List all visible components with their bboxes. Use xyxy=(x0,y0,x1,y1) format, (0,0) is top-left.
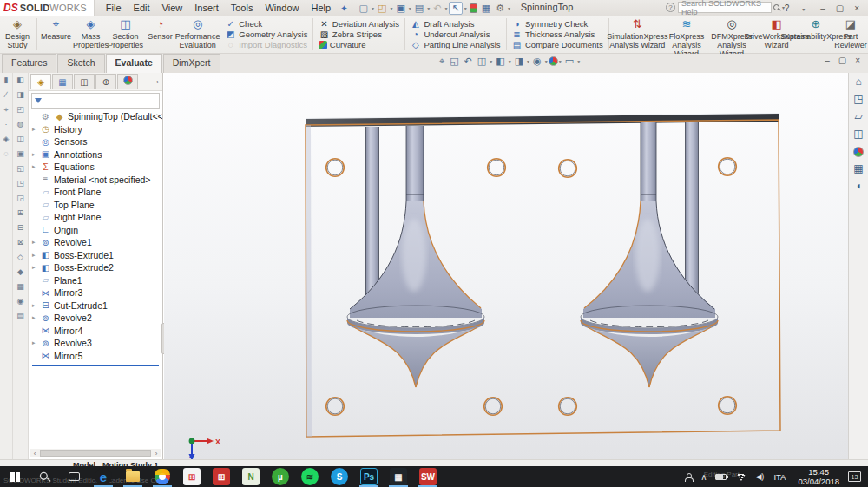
notepad-icon[interactable]: N xyxy=(236,466,266,487)
left-inner-tool-icon-10[interactable]: ⊟ xyxy=(13,220,28,235)
show-hidden-icons[interactable]: ∧ xyxy=(700,472,707,482)
left-inner-tool-icon-15[interactable]: ◉ xyxy=(13,294,28,309)
doc-minimize-button[interactable]: – xyxy=(820,56,834,65)
tree-mirror5[interactable]: ⋈Mirror5 xyxy=(29,350,162,363)
undo-icon-caret[interactable]: ▾ xyxy=(444,5,447,11)
action-center-icon[interactable]: 13 xyxy=(848,471,861,482)
tree-plane1[interactable]: ▱Plane1 xyxy=(29,274,162,287)
hide-show-items-icon[interactable]: ◉ xyxy=(533,56,542,67)
design-study-button[interactable]: ◈Design Study xyxy=(0,16,35,53)
propertymanager-tab[interactable]: ▦ xyxy=(52,74,73,89)
scroll-right-icon[interactable]: › xyxy=(152,450,161,457)
clock[interactable]: 15:45 03/04/2018 xyxy=(798,467,839,486)
view-palette-icon[interactable]: ◫ xyxy=(849,125,868,142)
section-view-icon-caret[interactable]: ▾ xyxy=(490,58,492,64)
undercut-analysis-button[interactable]: ◔Undercut Analysis xyxy=(410,29,500,39)
menu-item-edit[interactable]: Edit xyxy=(128,2,156,14)
print-icon[interactable]: ▤ xyxy=(413,3,425,14)
menu-item-tools[interactable]: Tools xyxy=(225,2,260,14)
file-explorer-icon[interactable] xyxy=(118,466,148,487)
thickness-analysis-button[interactable]: ≣Thickness Analysis xyxy=(511,29,603,39)
parting-line-analysis-button[interactable]: ◇Parting Line Analysis xyxy=(410,40,500,50)
section-properties-button[interactable]: ◫Section Properties xyxy=(108,16,142,53)
left-inner-tool-icon-7[interactable]: ◳ xyxy=(13,176,28,191)
tree-root-part[interactable]: ⚙◆SpinningTop (Default<<Default>_Di xyxy=(29,110,162,123)
tree-boss-extrude2-expand-icon[interactable]: ▸ xyxy=(32,264,40,271)
zebra-stripes-button[interactable]: ▨Zebra Stripes xyxy=(319,29,399,39)
curvature-button[interactable]: Curvature xyxy=(319,40,399,50)
tree-mirror3[interactable]: ⋈Mirror3 xyxy=(29,286,162,299)
view-settings-icon-caret[interactable]: ▾ xyxy=(577,58,580,64)
left-inner-tool-icon-8[interactable]: ◲ xyxy=(13,191,28,206)
tree-material[interactable]: ≡Material <not specified> xyxy=(29,174,162,187)
tree-mirror4[interactable]: ⋈Mirror4 xyxy=(29,325,162,338)
tree-right-plane[interactable]: ▱Right Plane xyxy=(29,211,162,224)
sustainabilityxpress-button[interactable]: ⊕SustainabilityXpress xyxy=(799,16,833,53)
help-search-input[interactable]: Search SOLIDWORKS Help xyxy=(678,2,772,13)
left-inner-tool-icon-9[interactable]: ⊞ xyxy=(13,206,28,220)
left-inner-tool-icon-5[interactable]: ▣ xyxy=(13,147,28,161)
tree-sensors[interactable]: ◎Sensors xyxy=(29,135,162,148)
wifi-icon[interactable] xyxy=(735,472,746,481)
view-settings-icon[interactable]: ▭ xyxy=(565,56,574,67)
pin-menu-icon[interactable]: ✦ xyxy=(340,3,347,13)
tree-revolve1-expand-icon[interactable]: ▸ xyxy=(32,239,40,246)
help-button[interactable]: ? ▾ xyxy=(774,3,815,13)
left-inner-tool-icon-16[interactable]: ▤ xyxy=(13,309,28,324)
left-inner-tool-icon-6[interactable]: ◱ xyxy=(13,161,28,176)
left-inner-tool-icon-14[interactable]: ▦ xyxy=(13,280,28,294)
tree-equations[interactable]: ▸ΣEquations xyxy=(29,161,162,174)
tree-front-plane[interactable]: ▱Front Plane xyxy=(29,186,162,199)
menu-item-view[interactable]: View xyxy=(156,2,189,14)
edge-icon[interactable]: e xyxy=(89,466,118,487)
select-arrow-icon-caret[interactable]: ▾ xyxy=(464,5,467,11)
start-button[interactable] xyxy=(0,466,30,487)
task-view-button[interactable] xyxy=(59,466,89,487)
zoom-area-icon[interactable]: ◱ xyxy=(450,56,458,67)
open-icon[interactable]: ◰ xyxy=(376,3,388,14)
draft-analysis-button[interactable]: ◭Draft Analysis xyxy=(410,18,500,29)
part-reviewer-button[interactable]: ◪Part Reviewer xyxy=(833,16,868,53)
select-arrow-icon[interactable]: ↖ xyxy=(449,2,462,15)
view-orientation-icon-caret[interactable]: ▾ xyxy=(509,58,511,64)
performance-evaluation-button[interactable]: ◎Performance Evaluation xyxy=(177,16,217,53)
feature-tree-filter-input[interactable] xyxy=(31,93,160,109)
edit-appearance-icon-caret[interactable]: ▾ xyxy=(559,58,562,64)
left-inner-tool-icon-13[interactable]: ◆ xyxy=(13,265,28,280)
left-outer-tool-icon-1[interactable]: ∕ xyxy=(0,88,12,102)
solidworks-icon[interactable]: SW xyxy=(413,466,443,487)
left-outer-tool-icon-5[interactable]: ◌ xyxy=(0,147,12,161)
gift-app-icon[interactable]: ⊞ xyxy=(207,466,236,487)
tab-dimxpert[interactable]: DimXpert xyxy=(163,54,220,73)
tree-revolve2-expand-icon[interactable]: ▸ xyxy=(32,314,40,321)
utorrent-icon[interactable]: µ xyxy=(266,466,295,487)
store-icon[interactable]: ⊞ xyxy=(177,466,207,487)
menu-item-help[interactable]: Help xyxy=(306,2,338,14)
deviation-analysis-button[interactable]: ✕Deviation Analysis xyxy=(319,18,399,29)
dimxpertmanager-tab[interactable]: ⊕ xyxy=(95,74,116,89)
photos-icon[interactable]: ▦ xyxy=(384,466,413,487)
feature-tree-hscrollbar[interactable]: ‹ › xyxy=(30,449,161,457)
geometry-analysis-button[interactable]: ◩Geometry Analysis xyxy=(225,29,307,39)
mass-properties-button[interactable]: ◈Mass Properties xyxy=(73,16,108,53)
custom-properties-icon[interactable]: ▦ xyxy=(849,160,868,177)
left-outer-tool-icon-0[interactable]: ▮ xyxy=(0,73,12,88)
chrome-icon[interactable] xyxy=(148,466,177,487)
tab-evaluate[interactable]: Evaluate xyxy=(106,54,162,73)
file-explorer-icon[interactable]: ▱ xyxy=(849,108,868,125)
tree-revolve1[interactable]: ▸⊚Revolve1 xyxy=(29,236,162,249)
edit-appearance-icon[interactable] xyxy=(549,56,558,66)
left-inner-tool-icon-12[interactable]: ◇ xyxy=(13,250,28,265)
menu-item-file[interactable]: File xyxy=(100,2,128,14)
measure-button[interactable]: ⌖Measure xyxy=(38,16,73,53)
zoom-fit-icon[interactable]: ⌖ xyxy=(439,56,444,67)
display-style-icon[interactable]: ◨ xyxy=(515,56,523,67)
menu-item-insert[interactable]: Insert xyxy=(188,2,225,14)
check-button[interactable]: ✓Check xyxy=(225,18,307,29)
left-inner-tool-icon-0[interactable]: ◧ xyxy=(13,73,28,88)
graphics-viewport[interactable]: X z xyxy=(164,73,848,459)
menu-item-window[interactable]: Window xyxy=(259,2,305,14)
tree-top-plane[interactable]: ▱Top Plane xyxy=(29,199,162,212)
language-indicator[interactable]: ITA xyxy=(773,472,786,482)
left-outer-tool-icon-3[interactable]: · xyxy=(0,117,12,132)
